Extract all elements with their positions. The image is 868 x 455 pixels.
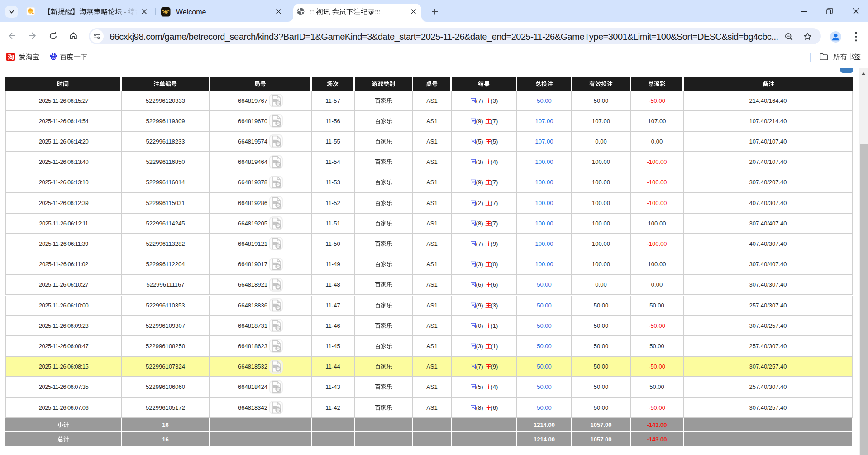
svg-text:du: du <box>52 56 56 59</box>
